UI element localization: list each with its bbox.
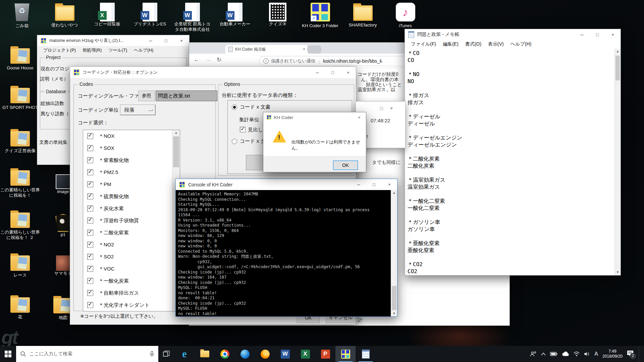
checkbox-icon[interactable]	[87, 254, 93, 260]
action-center-button[interactable]: 2	[627, 350, 634, 358]
taskbar-clock[interactable]: 7:49 2018/09/20	[602, 349, 623, 359]
browse-button[interactable]: 参照	[138, 90, 155, 101]
desktop-icon[interactable]: KH Coder 3 Folder	[299, 3, 341, 32]
radio-code-doc[interactable]	[232, 105, 237, 110]
notepad-line[interactable]: 亜酸化窒素	[408, 247, 615, 254]
menu-item[interactable]: 前処理(R)	[79, 47, 105, 53]
minimize-button[interactable]: ─	[143, 35, 158, 46]
onedrive-cloud-icon[interactable]	[562, 352, 569, 356]
notepad-line[interactable]: NO	[408, 78, 615, 85]
taskbar-app-excel[interactable]: X	[295, 346, 315, 362]
taskbar-app-khcoder[interactable]	[335, 346, 356, 362]
radio-code-other[interactable]	[232, 139, 237, 144]
checkbox-icon[interactable]	[87, 242, 93, 248]
console-title-bar[interactable]: Console of KH Coder ─ □ ×	[176, 179, 397, 190]
minimize-button[interactable]: ─	[310, 67, 325, 78]
desktop-icon[interactable]: 使わないやつ	[43, 3, 86, 32]
taskbar-app-browser[interactable]	[235, 346, 255, 362]
maximize-button[interactable]: □	[366, 179, 382, 190]
notepad-line[interactable]: 排ガス	[408, 99, 615, 106]
notepad-line[interactable]	[408, 127, 615, 134]
checkbox-icon[interactable]	[87, 181, 93, 187]
notepad-line[interactable]	[408, 148, 615, 156]
code-checkbox-item[interactable]: ＊窒素酸化物	[83, 154, 172, 166]
notepad-line[interactable]	[408, 212, 615, 219]
forward-icon[interactable]: →	[205, 56, 211, 63]
taskbar-app-firefox[interactable]	[255, 346, 275, 362]
task-view-button[interactable]	[158, 346, 174, 362]
scroll-up-icon[interactable]: ▲	[391, 190, 397, 196]
close-button[interactable]: ×	[340, 67, 356, 78]
checkbox-icon[interactable]	[87, 278, 93, 284]
checkbox-icon[interactable]	[87, 157, 93, 163]
wifi-icon[interactable]	[574, 352, 580, 356]
notepad-line[interactable]	[408, 170, 615, 177]
people-icon[interactable]	[530, 351, 537, 357]
notepad-scrollbar[interactable]: ▲ ▼	[614, 49, 621, 275]
menu-item[interactable]: ツール(T)	[105, 47, 130, 53]
code-checkbox-item[interactable]: ＊VOC	[83, 263, 172, 275]
dialog-title-bar[interactable]: コーディング・対応分析：オプション ─ □ ×	[70, 67, 356, 78]
desktop-icon[interactable]: Goose House	[0, 46, 40, 71]
notepad-line[interactable]: CO2	[408, 268, 615, 275]
minimize-button[interactable]: ─	[351, 179, 366, 190]
coding-unit-dropdown[interactable]: 段落	[120, 105, 156, 115]
notepad-line[interactable]: ＊CO	[408, 50, 615, 57]
console-scrollbar[interactable]: ▲ ▼	[391, 190, 397, 316]
notepad-line[interactable]: ＊排ガス	[408, 92, 615, 99]
taskbar-app-chrome[interactable]	[215, 346, 235, 362]
checkbox-icon[interactable]	[87, 290, 93, 296]
close-button[interactable]: ×	[390, 106, 393, 111]
menu-item[interactable]: ファイル(F)	[408, 41, 439, 47]
maximize-button[interactable]: □	[380, 106, 383, 111]
desktop-icon[interactable]: コピー回覧板	[86, 3, 128, 32]
notepad-line[interactable]	[408, 64, 615, 71]
desktop-icon[interactable]: 自動車メーカー	[214, 3, 256, 32]
reload-icon[interactable]: ↻	[217, 56, 221, 63]
back-icon[interactable]: ←	[194, 56, 200, 63]
new-tab-button[interactable]	[307, 46, 321, 54]
notepad-line[interactable]: ＊NO	[408, 71, 615, 78]
notepad-line[interactable]: ＊CO2	[408, 261, 615, 268]
checkbox-icon[interactable]	[87, 266, 93, 272]
notepad-line[interactable]: ＊温室効果ガス	[408, 177, 615, 184]
notepad-line[interactable]: ＊二酸化炭素	[408, 156, 615, 163]
notepad-line[interactable]	[408, 85, 615, 92]
taskbar-app-powerpoint[interactable]: P	[315, 346, 335, 362]
desktop-icon[interactable]: ごみ箱	[1, 3, 43, 32]
hidden-icons-chevron-icon[interactable]	[541, 353, 546, 356]
menu-item[interactable]: 編集(E)	[439, 41, 462, 47]
scrollbar-thumb[interactable]	[615, 56, 620, 80]
desktop-icon[interactable]: この素晴らしい世界に祝福を！ ２	[0, 210, 40, 240]
notepad-line[interactable]: ディーゼルエンジン	[408, 141, 615, 148]
battery-icon[interactable]	[550, 352, 557, 356]
notepad-line[interactable]: 二酸化炭素	[408, 163, 615, 170]
checkbox-icon[interactable]	[87, 205, 93, 212]
maximize-button[interactable]: □	[158, 35, 174, 46]
checkbox-icon[interactable]	[87, 193, 93, 199]
scrollbar-thumb[interactable]	[392, 286, 396, 310]
notepad-line[interactable]: ディーゼル	[408, 120, 615, 127]
notepad-line[interactable]: ガソリン車	[408, 226, 615, 233]
browser-tab[interactable]: KH Coder 掲示板 ×	[225, 45, 308, 54]
checkbox-icon[interactable]	[87, 169, 93, 175]
code-checkbox-item[interactable]: ＊浮遊粒子状物質	[83, 215, 172, 227]
ime-indicator[interactable]: A	[594, 351, 598, 357]
checkbox-icon[interactable]	[87, 302, 93, 308]
checkbox-icon[interactable]	[87, 133, 93, 139]
notepad-line[interactable]: 一酸化二窒素	[408, 205, 615, 212]
notepad-line[interactable]	[408, 233, 615, 240]
menu-item[interactable]: プロジェクト(P)	[40, 47, 79, 53]
menu-item[interactable]: ヘルプ(H)	[130, 47, 157, 53]
scroll-down-icon[interactable]: ▼	[391, 311, 397, 316]
notepad-line[interactable]: CO	[408, 57, 615, 64]
desktop-icon[interactable]: GT SPORT PHOT	[0, 85, 40, 110]
notepad-line[interactable]: ＊一酸化二窒素	[408, 198, 615, 205]
volume-icon[interactable]	[584, 352, 590, 356]
desktop-icon[interactable]: レース	[0, 253, 40, 278]
notepad-line[interactable]: 温室効果ガス	[408, 184, 615, 191]
maximize-button[interactable]: □	[590, 29, 605, 40]
code-checkbox-item[interactable]: ＊炭化水素	[83, 202, 172, 215]
menu-item[interactable]: 書式(O)	[462, 41, 485, 47]
scroll-down-icon[interactable]: ▼	[615, 269, 621, 275]
